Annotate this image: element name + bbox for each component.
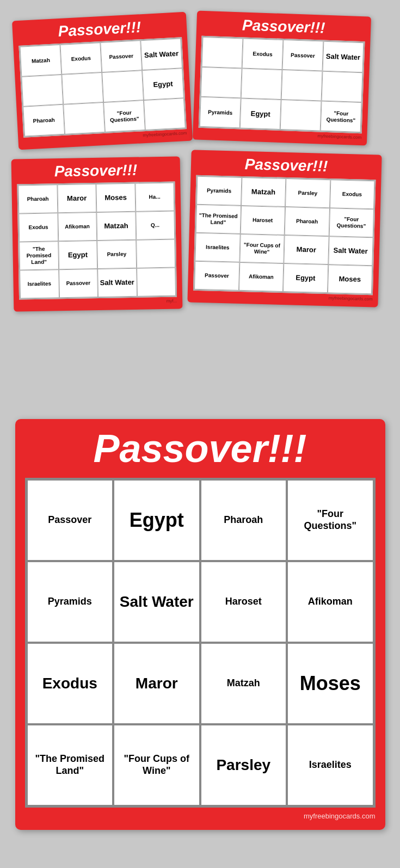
- main-cell-r1c4: "Four Questions": [287, 479, 374, 561]
- cell: [136, 239, 175, 268]
- cell: Moses: [96, 183, 135, 212]
- cell: Maror: [57, 184, 96, 213]
- cell: "Four Cups of Wine": [239, 234, 284, 263]
- mini-card-1: Passover!!! Matzah Exodus Passover Salt …: [12, 12, 193, 150]
- mini-card-3: Passover!!! Pharoah Maror Moses Ha... Ex…: [11, 156, 182, 311]
- cell: Moses: [327, 264, 372, 294]
- main-cell-r4c3: Parsley: [200, 724, 287, 806]
- main-watermark: myfreebingocards.com: [25, 812, 376, 820]
- cell: Pharoah: [284, 207, 329, 236]
- cell: Egypt: [282, 263, 328, 293]
- cell: Parsley: [97, 240, 136, 269]
- cell: "Four Questions": [103, 100, 145, 132]
- cell: Israelites: [20, 269, 59, 298]
- mini-card-2-title: Passover!!!: [201, 16, 365, 37]
- main-cell-r4c2: "Four Cups of Wine": [113, 724, 200, 806]
- cell: [241, 68, 282, 100]
- main-cell-r4c1: "The Promised Land": [27, 724, 114, 806]
- main-bingo-grid: Passover Egypt Pharoah "Four Questions" …: [25, 478, 376, 808]
- cell: Salt Water: [140, 38, 182, 70]
- main-cell-r2c1: Pyramids: [27, 561, 114, 643]
- cell: [102, 70, 144, 102]
- main-cell-r3c2: Maror: [113, 643, 200, 724]
- cell: Matzah: [96, 212, 136, 241]
- cell: [136, 267, 175, 296]
- cell: "The Promised Land": [19, 241, 58, 270]
- cell: Salt Water: [322, 41, 364, 73]
- cell: Parsley: [285, 178, 330, 208]
- mini-card-2-grid: Exodus Passover Salt Water Pyramids Egyp…: [198, 36, 365, 133]
- cell: Afikoman: [238, 262, 284, 292]
- cell: [200, 67, 242, 99]
- mini-card-1-title: Passover!!!: [17, 17, 181, 41]
- cell: Maror: [284, 235, 329, 264]
- mini-watermark-3: myf...: [19, 298, 177, 306]
- cell: Egypt: [239, 98, 281, 130]
- cell: Exodus: [60, 42, 102, 75]
- cell: "Four Questions": [329, 208, 374, 237]
- mini-card-4: Passover!!! Pyramids Matzah Parsley Exod…: [187, 150, 381, 307]
- mini-card-1-grid: Matzah Exodus Passover Salt Water Egypt …: [19, 37, 186, 137]
- mini-card-2: Passover!!! Exodus Passover Salt Water P…: [192, 10, 371, 145]
- cell: [143, 98, 185, 130]
- cell: [21, 75, 63, 107]
- main-cell-r2c2: Salt Water: [113, 561, 200, 643]
- cell: Ha...: [134, 183, 174, 212]
- cell: "Four Questions": [320, 101, 361, 133]
- cell: [61, 72, 103, 104]
- main-cell-r1c1: Passover: [27, 479, 114, 561]
- mini-card-4-title: Passover!!!: [196, 156, 376, 176]
- main-bingo-card: Passover!!! Passover Egypt Pharoah "Four…: [15, 419, 385, 830]
- cell: [63, 102, 105, 134]
- cell: Salt Water: [328, 236, 373, 266]
- mini-card-3-grid: Pharoah Maror Moses Ha... Exodus Afikoma…: [17, 181, 177, 299]
- cell: Passover: [282, 40, 323, 71]
- main-cell-r4c4: Israelites: [287, 724, 374, 806]
- main-cell-r3c1: Exodus: [27, 643, 114, 724]
- main-cell-r3c3: Matzah: [200, 643, 287, 724]
- cell: Pharoah: [23, 104, 65, 137]
- cell: [281, 70, 322, 101]
- mini-card-3-title: Passover!!!: [16, 162, 174, 180]
- cell: Egypt: [142, 68, 184, 100]
- mini-card-4-grid: Pyramids Matzah Parsley Exodus "The Prom…: [193, 175, 375, 296]
- cell: Exodus: [329, 180, 374, 209]
- main-card-title: Passover!!!: [25, 429, 376, 468]
- cell: Pyramids: [196, 176, 242, 206]
- main-cell-r2c3: Haroset: [200, 561, 287, 643]
- cell: [201, 37, 243, 69]
- cell: Passover: [100, 40, 142, 72]
- cell: Egypt: [58, 241, 97, 269]
- collage-area: Passover!!! Matzah Exodus Passover Salt …: [10, 11, 391, 403]
- cell: Pharoah: [18, 184, 57, 213]
- cell: Pyramids: [199, 97, 241, 128]
- cell: Q...: [135, 211, 174, 240]
- cell: Afikoman: [57, 212, 96, 241]
- cell: Exodus: [242, 38, 283, 70]
- cell: Israelites: [195, 233, 240, 262]
- cell: [321, 71, 362, 103]
- main-cell-r3c4: Moses: [287, 643, 374, 724]
- cell: "The Promised Land": [195, 205, 241, 234]
- cell: Haroset: [240, 206, 285, 235]
- cell: Passover: [194, 261, 239, 291]
- cell: [280, 100, 321, 131]
- cell: Matzah: [241, 177, 286, 207]
- main-cell-r1c2: Egypt: [113, 479, 200, 561]
- cell: Matzah: [20, 45, 61, 77]
- cell: Passover: [58, 269, 97, 298]
- main-cell-r2c4: Afikoman: [287, 561, 374, 643]
- main-cell-r1c3: Pharoah: [200, 479, 287, 561]
- cell: Salt Water: [97, 268, 137, 297]
- cell: Exodus: [19, 213, 58, 242]
